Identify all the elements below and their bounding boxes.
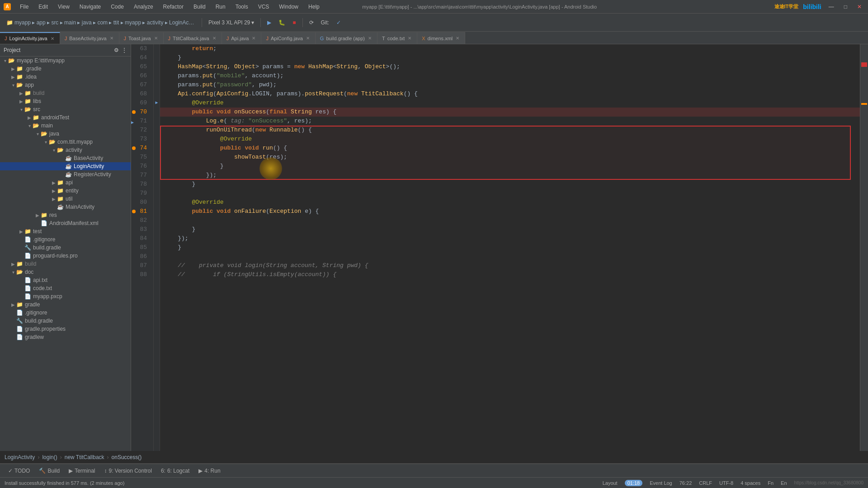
tree-item-mainactivity[interactable]: ▶ ☕ MainActivity xyxy=(0,203,131,211)
tree-item-proguard[interactable]: ▶ 📄 proguard-rules.pro xyxy=(0,252,131,260)
tree-item-code-txt[interactable]: ▶ 📄 code.txt xyxy=(0,284,131,292)
tab-close-loginactivity[interactable]: ✕ xyxy=(50,36,55,41)
code-lines[interactable]: return; } HashMap<String, Object> params… xyxy=(160,44,860,451)
tree-item-test[interactable]: ▶ 📁 test xyxy=(0,227,131,235)
code-line-68[interactable]: Api.config(ApiConfig.LOGIN, params).post… xyxy=(160,89,860,99)
code-line-85[interactable]: } xyxy=(160,243,860,252)
code-line-82[interactable] xyxy=(160,216,860,225)
tree-item-build-root[interactable]: ▶ 📁 build xyxy=(0,260,131,268)
menu-code[interactable]: Code xyxy=(109,3,126,11)
tree-item-gradle-props[interactable]: ▶ 📄 gradle.properties xyxy=(0,325,131,333)
bottom-tab-run[interactable]: ▶ 4: Run xyxy=(195,466,224,475)
checkmark-button[interactable]: ✓ xyxy=(334,16,344,29)
tab-baseactivity[interactable]: J BaseActivity.java ✕ xyxy=(60,32,119,44)
code-line-86[interactable] xyxy=(160,252,860,261)
code-line-87[interactable]: // private void login(String account, St… xyxy=(160,261,860,270)
tab-code-txt[interactable]: T code.txt ✕ xyxy=(377,32,417,44)
tree-item-entity[interactable]: ▶ 📁 entity xyxy=(0,187,131,195)
tab-close-code-txt[interactable]: ✕ xyxy=(407,36,412,41)
tree-item-registeractivity[interactable]: ▶ ☕ RegisterActivity xyxy=(0,170,131,178)
sync-button[interactable]: ⟳ xyxy=(307,16,316,29)
code-line-67[interactable]: params.put("password", pwd); xyxy=(160,80,860,89)
tree-item-app[interactable]: ▾ 📂 app xyxy=(0,81,131,89)
bottom-tab-logcat[interactable]: 6: 6: Logcat xyxy=(157,466,193,475)
tree-item-baseactivity[interactable]: ▶ ☕ BaseActivity xyxy=(0,154,131,162)
bottom-tab-build[interactable]: 🔨 Build xyxy=(35,466,63,475)
tab-apiconfig[interactable]: J ApiConfig.java ✕ xyxy=(261,32,315,44)
code-line-80[interactable]: @Override xyxy=(160,198,860,207)
nav-item-onsuccess[interactable]: onSuccess() xyxy=(112,454,142,460)
tab-toast[interactable]: J Toast.java ✕ xyxy=(119,32,164,44)
code-line-78[interactable]: } xyxy=(160,180,860,189)
nav-item-loginactivity[interactable]: LoginActivity xyxy=(5,454,35,460)
menu-refactor[interactable]: Refactor xyxy=(161,3,185,11)
code-line-69[interactable]: @Override xyxy=(160,99,860,108)
menu-view[interactable]: View xyxy=(56,3,71,11)
menu-tools[interactable]: Tools xyxy=(234,3,250,11)
tab-dimens-xml[interactable]: X dimens.xml ✕ xyxy=(417,32,465,44)
sidebar-gear-icon[interactable]: ⋮ xyxy=(122,47,127,53)
tree-item-libs[interactable]: ▶ 📁 libs xyxy=(0,97,131,105)
tab-loginactivity[interactable]: J LoginActivity.java ✕ xyxy=(0,32,60,44)
close-button[interactable]: ✕ xyxy=(854,4,864,10)
menu-navigate[interactable]: Navigate xyxy=(78,3,103,11)
tree-item-gradle[interactable]: ▶ 📁 .gradle xyxy=(0,65,131,73)
code-line-76[interactable]: } xyxy=(160,162,860,171)
tab-close-baseactivity[interactable]: ✕ xyxy=(109,36,114,41)
menu-vcs[interactable]: VCS xyxy=(256,3,271,11)
sidebar-settings-icon[interactable]: ⚙ xyxy=(114,47,119,53)
tree-item-doc[interactable]: ▾ 📂 doc xyxy=(0,268,131,276)
project-selector[interactable]: 📁 myapp ▸ app ▸ src ▸ main ▸ java ▸ com … xyxy=(4,16,198,29)
code-line-73[interactable]: @Override xyxy=(160,135,860,144)
tree-item-loginactivity[interactable]: ▶ ☕ LoginActivity xyxy=(0,162,131,170)
tab-build-gradle[interactable]: G build.gradle (app) ✕ xyxy=(316,32,377,44)
tab-ttitcallback[interactable]: J TtitCallback.java ✕ xyxy=(164,32,222,44)
stop-button[interactable]: ■ xyxy=(290,16,298,29)
code-line-71[interactable]: Log.e( tag: "onSuccess", res); xyxy=(160,117,860,126)
tree-item-build[interactable]: ▶ 📁 build xyxy=(0,89,131,97)
code-line-77[interactable]: }); xyxy=(160,171,860,180)
code-line-79[interactable] xyxy=(160,189,860,198)
tree-item-res[interactable]: ▶ 📁 res xyxy=(0,211,131,219)
code-line-84[interactable]: }); xyxy=(160,234,860,243)
tab-close-build-gradle[interactable]: ✕ xyxy=(367,36,373,41)
maximize-button[interactable]: □ xyxy=(841,4,850,10)
tree-item-main[interactable]: ▾ 📂 main xyxy=(0,122,131,130)
tree-item-util[interactable]: ▶ 📁 util xyxy=(0,195,131,203)
debug-button[interactable]: 🐛 xyxy=(276,16,288,29)
device-selector[interactable]: Pixel 3 XL API 29 ▾ xyxy=(206,16,257,29)
nav-item-login[interactable]: login() xyxy=(42,454,57,460)
code-line-83[interactable]: } xyxy=(160,225,860,234)
tree-item-myapp[interactable]: ▾ 📂 myapp E:\ttit\myapp xyxy=(0,56,131,65)
code-line-65[interactable]: HashMap<String, Object> params = new Has… xyxy=(160,62,860,71)
code-line-72[interactable]: runOnUiThread(new Runnable() { xyxy=(160,126,860,135)
tree-item-activity-pkg[interactable]: ▾ 📂 activity xyxy=(0,146,131,154)
tree-item-build-gradle-app[interactable]: ▶ 🔧 build.gradle xyxy=(0,244,131,252)
tree-item-src[interactable]: ▾ 📂 src xyxy=(0,105,131,113)
tab-close-api[interactable]: ✕ xyxy=(251,36,256,41)
tree-item-gradlew[interactable]: ▶ 📄 gradlew xyxy=(0,333,131,341)
code-line-66[interactable]: params.put("mobile", account); xyxy=(160,71,860,80)
code-line-63[interactable]: return; xyxy=(160,44,860,53)
menu-file[interactable]: File xyxy=(18,3,30,11)
tab-close-toast[interactable]: ✕ xyxy=(153,36,159,41)
menu-bar[interactable]: File Edit View Navigate Code Analyze Ref… xyxy=(18,3,321,11)
tab-close-apiconfig[interactable]: ✕ xyxy=(305,36,311,41)
code-line-64[interactable]: } xyxy=(160,53,860,62)
layout-label[interactable]: Layout xyxy=(603,480,618,486)
tree-item-gitignore-app[interactable]: ▶ 📄 .gitignore xyxy=(0,235,131,244)
code-line-70[interactable]: public void onSuccess(final String res) … xyxy=(160,108,860,117)
menu-edit[interactable]: Edit xyxy=(37,3,50,11)
tree-item-gradle-root[interactable]: ▶ 📁 gradle xyxy=(0,300,131,309)
tree-item-build-gradle-root[interactable]: ▶ 🔧 build.gradle xyxy=(0,317,131,325)
run-button[interactable]: ▶ xyxy=(264,16,274,29)
tree-item-myapp-pxcp[interactable]: ▶ 📄 myapp.pxcp xyxy=(0,292,131,300)
tree-item-androidtest[interactable]: ▶ 📁 androidTest xyxy=(0,113,131,122)
code-line-74[interactable]: public void run() { xyxy=(160,144,860,153)
tree-item-java[interactable]: ▾ 📂 java xyxy=(0,130,131,138)
minimize-button[interactable]: — xyxy=(826,4,837,10)
menu-build[interactable]: Build xyxy=(192,3,208,11)
tree-item-idea[interactable]: ▶ 📁 .idea xyxy=(0,73,131,81)
bottom-tab-version-control[interactable]: ↕ 9: Version Control xyxy=(101,466,156,475)
menu-window[interactable]: Window xyxy=(277,3,300,11)
